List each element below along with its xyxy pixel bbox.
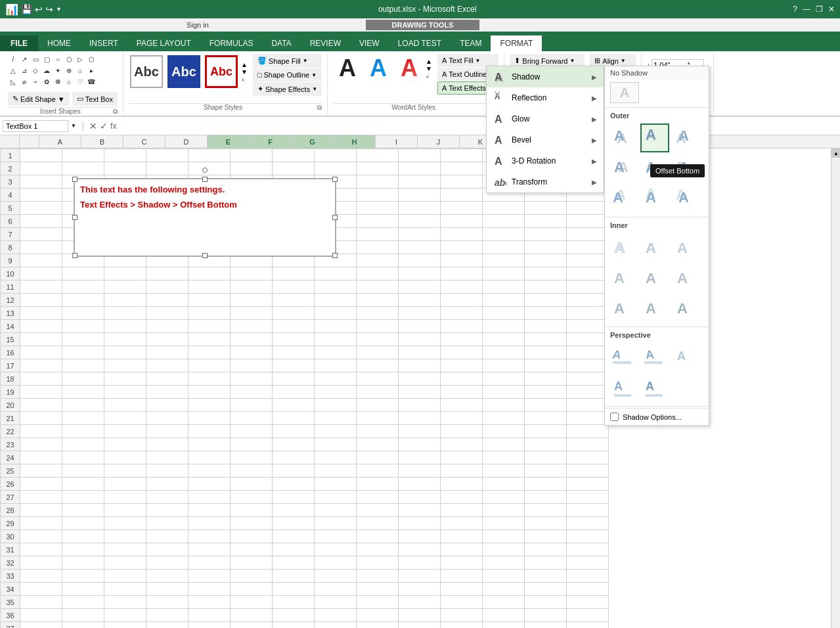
cell[interactable] <box>357 372 399 386</box>
cell[interactable] <box>188 412 231 425</box>
cell[interactable] <box>399 162 441 175</box>
shape-17[interactable]: ◺ <box>8 76 18 87</box>
shape-13[interactable]: ✦ <box>53 65 63 76</box>
cell[interactable] <box>62 386 104 399</box>
cell[interactable] <box>146 464 188 478</box>
cell[interactable] <box>104 596 146 609</box>
shape-style-default[interactable]: Abc <box>130 55 163 88</box>
close-button[interactable]: ✕ <box>828 5 835 14</box>
col-header-D[interactable]: D <box>166 135 208 148</box>
cell[interactable] <box>62 359 104 372</box>
cell[interactable] <box>62 570 104 583</box>
cell[interactable] <box>188 530 231 543</box>
col-header-J[interactable]: J <box>418 135 460 148</box>
cell[interactable] <box>315 583 357 596</box>
cell[interactable] <box>146 399 188 412</box>
cell[interactable] <box>315 504 357 517</box>
cell[interactable] <box>146 280 188 294</box>
cell[interactable] <box>273 622 315 629</box>
cell[interactable] <box>104 451 146 464</box>
shadow-menu-item[interactable]: A Shadow ▶ <box>487 66 604 87</box>
no-shadow-item[interactable]: A <box>610 82 639 103</box>
cell[interactable] <box>525 517 567 530</box>
col-header-G[interactable]: G <box>292 135 334 148</box>
cell[interactable] <box>483 491 525 504</box>
inner-shadow-1[interactable]: A A <box>609 233 638 262</box>
transform-menu-item[interactable]: abc Transform ▶ <box>487 171 604 192</box>
cell[interactable] <box>146 609 188 622</box>
shape-19[interactable]: ⌁ <box>30 76 41 87</box>
cell[interactable] <box>567 202 609 215</box>
cell[interactable] <box>146 346 188 359</box>
cell[interactable] <box>315 346 357 359</box>
cell[interactable] <box>20 412 62 425</box>
cell[interactable] <box>20 583 62 596</box>
cell[interactable] <box>231 543 273 556</box>
cell[interactable] <box>315 359 357 372</box>
shadow-options-row[interactable]: Shadow Options... <box>605 408 709 425</box>
cell[interactable] <box>357 596 399 609</box>
cell[interactable] <box>188 556 231 570</box>
cancel-formula-icon[interactable]: ✕ <box>89 121 97 131</box>
sign-in-button[interactable]: Sign in <box>187 21 209 29</box>
cell[interactable] <box>441 530 483 543</box>
cell[interactable] <box>567 504 609 517</box>
cell[interactable] <box>357 543 399 556</box>
cell[interactable] <box>315 294 357 307</box>
cell[interactable] <box>483 609 525 622</box>
cell[interactable] <box>399 320 441 333</box>
cell[interactable] <box>104 543 146 556</box>
text-fill-button[interactable]: A Text Fill ▼ <box>437 54 498 67</box>
cell[interactable] <box>315 149 357 162</box>
cell[interactable] <box>567 399 609 412</box>
cell[interactable] <box>315 333 357 346</box>
cell[interactable] <box>441 372 483 386</box>
cell[interactable] <box>20 478 62 491</box>
cell[interactable] <box>20 372 62 386</box>
text-box-button[interactable]: ▭ Text Box <box>72 92 118 106</box>
cell[interactable] <box>20 543 62 556</box>
cell[interactable] <box>399 254 441 267</box>
cell[interactable] <box>273 556 315 570</box>
cell[interactable] <box>231 359 273 372</box>
cell[interactable] <box>146 425 188 438</box>
wordart-scroll-up[interactable]: ▲ <box>426 58 432 65</box>
cell[interactable] <box>188 491 231 504</box>
cell[interactable] <box>567 359 609 372</box>
shape-style-red[interactable]: Abc <box>205 55 238 88</box>
cell[interactable] <box>104 570 146 583</box>
cell[interactable] <box>20 294 62 307</box>
cell[interactable] <box>315 267 357 280</box>
cell[interactable] <box>62 399 104 412</box>
cell[interactable] <box>357 333 399 346</box>
cell[interactable] <box>20 346 62 359</box>
vertical-scrollbar[interactable]: ▲ ▼ <box>831 148 840 628</box>
cell[interactable] <box>441 556 483 570</box>
cell[interactable] <box>525 307 567 320</box>
col-header-F[interactable]: F <box>250 135 292 148</box>
cell[interactable] <box>104 517 146 530</box>
cell[interactable] <box>315 372 357 386</box>
cell[interactable] <box>315 412 357 425</box>
cell[interactable] <box>315 609 357 622</box>
cell[interactable] <box>483 425 525 438</box>
cell[interactable] <box>441 464 483 478</box>
cell[interactable] <box>525 280 567 294</box>
cell[interactable] <box>231 320 273 333</box>
cell[interactable] <box>188 359 231 372</box>
shape-8[interactable]: ⬡ <box>86 54 97 64</box>
cell[interactable] <box>525 359 567 372</box>
cell[interactable] <box>525 596 567 609</box>
shape-fill-button[interactable]: 🪣 Shape Fill ▼ <box>253 54 322 68</box>
cell[interactable] <box>441 491 483 504</box>
cell[interactable] <box>104 438 146 451</box>
cell[interactable] <box>188 425 231 438</box>
cell[interactable] <box>273 149 315 162</box>
cell[interactable] <box>20 189 62 202</box>
cell[interactable] <box>20 162 62 175</box>
cell[interactable] <box>188 609 231 622</box>
cell[interactable] <box>273 451 315 464</box>
cell[interactable] <box>357 438 399 451</box>
cell[interactable] <box>483 478 525 491</box>
handle-tl[interactable] <box>72 177 77 182</box>
